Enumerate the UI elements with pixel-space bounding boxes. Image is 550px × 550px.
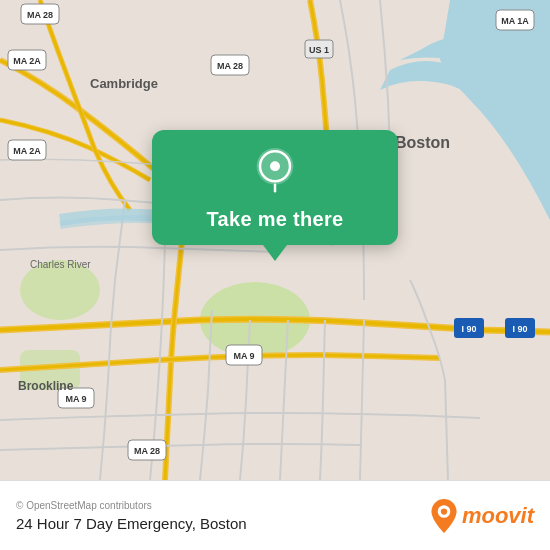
location-name: 24 Hour 7 Day Emergency, Boston	[16, 515, 247, 532]
svg-text:MA 2A: MA 2A	[13, 146, 41, 156]
svg-text:Brookline: Brookline	[18, 379, 74, 393]
map-view[interactable]: I 90 I 90 MA 2A MA 2A MA 28 US 1 MA 28	[0, 0, 550, 480]
svg-text:MA 9: MA 9	[233, 351, 254, 361]
moovit-pin-icon	[430, 499, 458, 533]
svg-point-26	[441, 508, 447, 514]
svg-text:I 90: I 90	[461, 324, 476, 334]
svg-text:Charles River: Charles River	[30, 259, 91, 270]
moovit-brand-text: moovit	[462, 503, 534, 529]
svg-text:MA 2A: MA 2A	[13, 56, 41, 66]
map-attribution: © OpenStreetMap contributors	[16, 500, 247, 511]
location-info: © OpenStreetMap contributors 24 Hour 7 D…	[16, 500, 247, 532]
svg-text:MA 28: MA 28	[217, 61, 243, 71]
svg-text:I 90: I 90	[512, 324, 527, 334]
take-me-there-button[interactable]: Take me there	[207, 208, 344, 231]
svg-text:MA 9: MA 9	[65, 394, 86, 404]
svg-text:Boston: Boston	[395, 134, 450, 151]
location-popup[interactable]: Take me there	[152, 130, 398, 245]
svg-text:US 1: US 1	[309, 45, 329, 55]
location-pin-icon	[250, 148, 300, 198]
bottom-info-bar: © OpenStreetMap contributors 24 Hour 7 D…	[0, 480, 550, 550]
svg-point-24	[270, 161, 280, 171]
moovit-logo: moovit	[430, 499, 534, 533]
svg-text:MA 28: MA 28	[134, 446, 160, 456]
svg-text:Cambridge: Cambridge	[90, 76, 158, 91]
svg-text:MA 28: MA 28	[27, 10, 53, 20]
svg-text:MA 1A: MA 1A	[501, 16, 529, 26]
